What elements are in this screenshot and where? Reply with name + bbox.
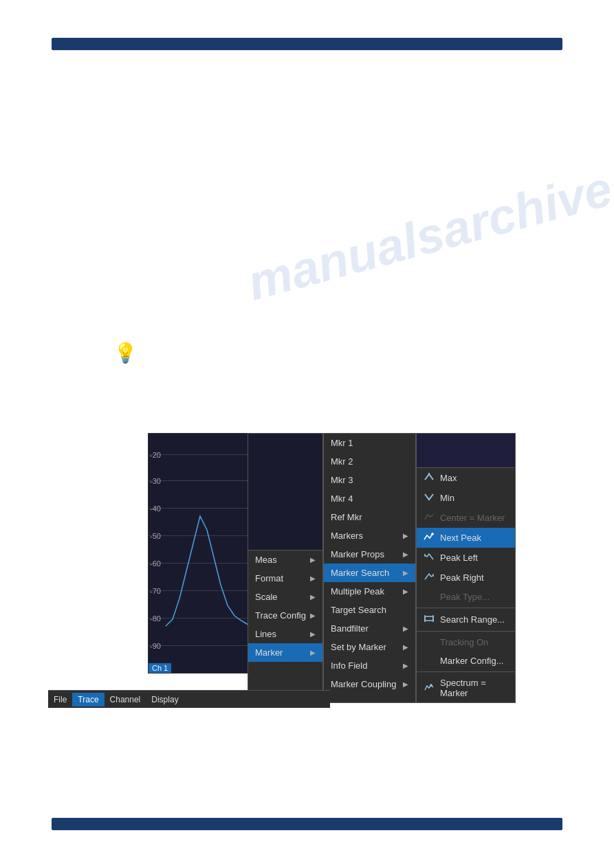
toolbar-file[interactable]: File xyxy=(48,693,72,706)
svg-rect-5 xyxy=(425,616,433,621)
menu-l3-peak-left[interactable]: Peak Left xyxy=(417,548,515,568)
arrow-icon: ▶ xyxy=(310,612,316,619)
center-marker-icon xyxy=(424,512,436,524)
screenshot-area: -20 -30 -40 -50 -60 -70 -80 -90 Ch 1 Mea… xyxy=(148,433,433,708)
menu-l3-peak-right[interactable]: Peak Right xyxy=(417,568,515,588)
arrow-icon: ▶ xyxy=(403,550,408,558)
arrow-icon: ▶ xyxy=(403,532,408,539)
menu-l3-center-marker: Center = Marker xyxy=(417,508,515,528)
lightbulb-icon: 💡 xyxy=(113,342,138,364)
menu-l1-scale[interactable]: Scale ▶ xyxy=(248,588,322,606)
toolbar-display[interactable]: Display xyxy=(146,693,184,706)
arrow-icon: ▶ xyxy=(403,625,408,632)
menu-l3-search-range[interactable]: Search Range... xyxy=(417,610,515,630)
menu-divider-3 xyxy=(417,671,515,672)
l3-header-area xyxy=(417,434,515,468)
menu-container: Meas ▶ Format ▶ Scale ▶ Trace Config ▶ L… xyxy=(248,433,516,703)
arrow-icon: ▶ xyxy=(403,643,408,651)
menu-l2-mkr1[interactable]: Mkr 1 xyxy=(324,434,415,452)
menu-l2-ref-mkr[interactable]: Ref Mkr xyxy=(324,508,415,526)
arrow-icon: ▶ xyxy=(310,593,316,601)
arrow-icon: ▶ xyxy=(310,556,316,564)
spectrum-chart: -20 -30 -40 -50 -60 -70 -80 -90 Ch 1 xyxy=(148,433,251,674)
spectrum-trace xyxy=(149,434,250,673)
toolbar: File Trace Channel Display xyxy=(48,690,330,708)
peak-down-icon xyxy=(424,492,436,504)
menu-l2-info-field[interactable]: Info Field ▶ xyxy=(324,656,415,675)
menu-l2-bandfilter[interactable]: Bandfilter ▶ xyxy=(324,619,415,638)
menu-level2: Mkr 1 Mkr 2 Mkr 3 Mkr 4 Ref Mkr Markers … xyxy=(323,433,416,703)
menu-l1-format[interactable]: Format ▶ xyxy=(248,569,322,588)
arrow-icon: ▶ xyxy=(310,575,316,582)
watermark-text: manualsarchive.com xyxy=(242,130,614,311)
arrow-icon: ▶ xyxy=(403,662,408,669)
arrow-icon: ▶ xyxy=(403,569,408,577)
next-peak-icon xyxy=(424,532,436,544)
toolbar-trace[interactable]: Trace xyxy=(72,693,104,706)
arrow-icon: ▶ xyxy=(310,649,316,656)
menu-l3-min[interactable]: Min xyxy=(417,488,515,508)
spectrum-marker-icon xyxy=(424,682,436,694)
menu-l2-mkr2[interactable]: Mkr 2 xyxy=(324,452,415,471)
arrow-icon: ▶ xyxy=(403,588,408,595)
menu-l3-peak-type: Peak Type... xyxy=(417,588,515,606)
peak-right-icon xyxy=(424,572,436,583)
search-range-icon xyxy=(424,614,436,625)
arrow-icon: ▶ xyxy=(310,630,316,638)
menu-l2-markers[interactable]: Markers ▶ xyxy=(324,526,415,545)
menu-l2-mkr4[interactable]: Mkr 4 xyxy=(324,489,415,508)
menu-l3-tracking-on: Tracking On xyxy=(417,633,515,652)
chart-top-area xyxy=(248,434,322,550)
menu-l2-marker-coupling[interactable]: Marker Coupling ▶ xyxy=(324,675,415,693)
menu-l1-marker[interactable]: Marker ▶ xyxy=(248,643,322,662)
menu-l3-max[interactable]: Max xyxy=(417,468,515,488)
menu-l2-target-search[interactable]: Target Search xyxy=(324,601,415,619)
menu-level1: Meas ▶ Format ▶ Scale ▶ Trace Config ▶ L… xyxy=(248,433,323,703)
menu-divider-2 xyxy=(417,631,515,632)
peak-left-icon xyxy=(424,552,436,564)
menu-l3-spectrum-marker[interactable]: Spectrum = Marker xyxy=(417,674,515,702)
menu-l3-marker-config[interactable]: Marker Config... xyxy=(417,652,515,670)
menu-level3: Max Min Center = Marker Ne xyxy=(416,433,516,703)
menu-l3-next-peak[interactable]: Next Peak xyxy=(417,528,515,548)
menu-l1-trace-config[interactable]: Trace Config ▶ xyxy=(248,606,322,625)
menu-l2-set-by-marker[interactable]: Set by Marker ▶ xyxy=(324,638,415,656)
toolbar-channel[interactable]: Channel xyxy=(105,693,146,706)
menu-l2-marker-props[interactable]: Marker Props ▶ xyxy=(324,545,415,564)
ch1-badge: Ch 1 xyxy=(149,663,171,673)
menu-divider-1 xyxy=(417,608,515,608)
menu-l2-marker-search[interactable]: Marker Search ▶ xyxy=(324,564,415,582)
menu-l1-lines[interactable]: Lines ▶ xyxy=(248,625,322,643)
peak-up-icon xyxy=(424,472,436,484)
menu-l2-multiple-peak[interactable]: Multiple Peak ▶ xyxy=(324,582,415,601)
top-header-bar xyxy=(52,38,562,50)
menu-l2-mkr3[interactable]: Mkr 3 xyxy=(324,471,415,489)
menu-l1-meas[interactable]: Meas ▶ xyxy=(248,550,322,569)
arrow-icon: ▶ xyxy=(403,680,408,688)
bottom-footer-bar xyxy=(52,818,562,830)
